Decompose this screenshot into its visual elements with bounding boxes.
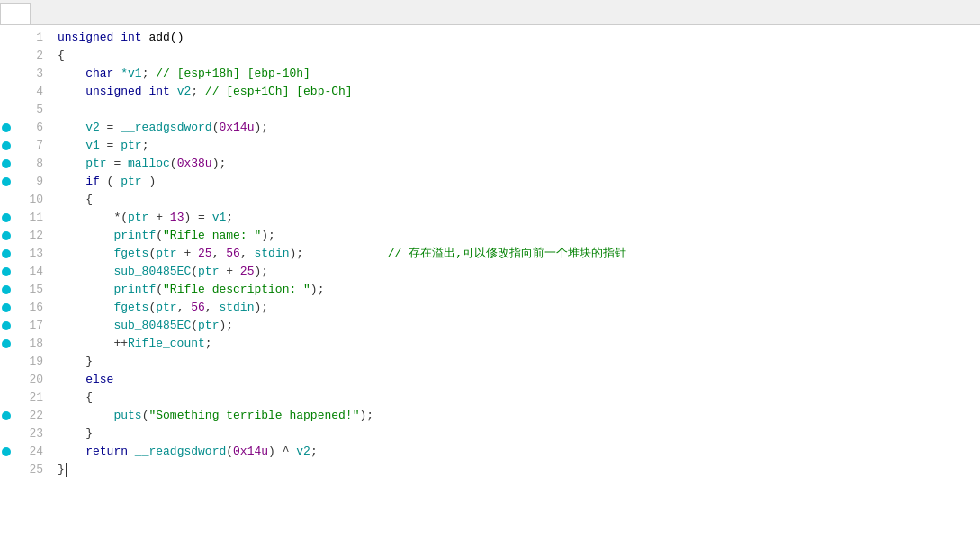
code-editor: 1234567891011121314151617181920212223242… bbox=[0, 0, 980, 550]
code-line-18: ++Rifle_count; bbox=[58, 335, 980, 353]
breakpoint-line-3[interactable] bbox=[0, 65, 13, 83]
breakpoint-line-5[interactable] bbox=[0, 101, 13, 119]
line-number-18: 18 bbox=[13, 335, 43, 353]
line-number-11: 11 bbox=[13, 209, 43, 227]
breakpoint-dot bbox=[2, 141, 11, 150]
line-number-2: 2 bbox=[13, 47, 43, 65]
line-numbers: 1234567891011121314151617181920212223242… bbox=[13, 25, 50, 550]
code-line-2: { bbox=[58, 47, 980, 65]
line-number-10: 10 bbox=[13, 191, 43, 209]
breakpoint-line-19[interactable] bbox=[0, 353, 13, 371]
line-number-25: 25 bbox=[13, 461, 43, 479]
line-number-17: 17 bbox=[13, 317, 43, 335]
line-number-12: 12 bbox=[13, 227, 43, 245]
code-line-23: } bbox=[58, 425, 980, 443]
code-line-6: v2 = __readgsdword(0x14u); bbox=[58, 119, 980, 137]
breakpoint-line-14[interactable] bbox=[0, 263, 13, 281]
code-line-3: char *v1; // [esp+18h] [ebp-10h] bbox=[58, 65, 980, 83]
line-number-5: 5 bbox=[13, 101, 43, 119]
tab-bar bbox=[0, 0, 980, 25]
line-number-13: 13 bbox=[13, 245, 43, 263]
line-number-3: 3 bbox=[13, 65, 43, 83]
breakpoint-line-23[interactable] bbox=[0, 425, 13, 443]
line-number-4: 4 bbox=[13, 83, 43, 101]
line-number-15: 15 bbox=[13, 281, 43, 299]
breakpoint-dot bbox=[2, 411, 11, 420]
code-line-4: unsigned int v2; // [esp+1Ch] [ebp-Ch] bbox=[58, 83, 980, 101]
code-line-17: sub_80485EC(ptr); bbox=[58, 317, 980, 335]
breakpoint-dot bbox=[2, 123, 11, 132]
line-number-20: 20 bbox=[13, 371, 43, 389]
code-line-22: puts("Something terrible happened!"); bbox=[58, 407, 980, 425]
line-number-8: 8 bbox=[13, 155, 43, 173]
line-number-24: 24 bbox=[13, 443, 43, 461]
code-line-10: { bbox=[58, 191, 980, 209]
code-line-12: printf("Rifle name: "); bbox=[58, 227, 980, 245]
code-line-7: v1 = ptr; bbox=[58, 137, 980, 155]
tab-add[interactable] bbox=[0, 3, 31, 24]
breakpoint-dot bbox=[2, 339, 11, 348]
breakpoint-line-22[interactable] bbox=[0, 407, 13, 425]
code-line-15: printf("Rifle description: "); bbox=[58, 281, 980, 299]
breakpoint-dot bbox=[2, 249, 11, 258]
breakpoint-dot bbox=[2, 159, 11, 168]
code-line-21: { bbox=[58, 389, 980, 407]
breakpoint-dot bbox=[2, 447, 11, 456]
code-line-24: return __readgsdword(0x14u) ^ v2; bbox=[58, 443, 980, 461]
breakpoint-line-10[interactable] bbox=[0, 191, 13, 209]
breakpoint-line-8[interactable] bbox=[0, 155, 13, 173]
breakpoint-dot bbox=[2, 231, 11, 240]
breakpoint-line-12[interactable] bbox=[0, 227, 13, 245]
breakpoint-line-25[interactable] bbox=[0, 461, 13, 479]
breakpoint-line-6[interactable] bbox=[0, 119, 13, 137]
breakpoint-line-1[interactable] bbox=[0, 29, 13, 47]
line-number-19: 19 bbox=[13, 353, 43, 371]
line-number-6: 6 bbox=[13, 119, 43, 137]
breakpoint-line-16[interactable] bbox=[0, 299, 13, 317]
breakpoint-line-15[interactable] bbox=[0, 281, 13, 299]
code-line-9: if ( ptr ) bbox=[58, 173, 980, 191]
breakpoint-dot bbox=[2, 267, 11, 276]
breakpoint-line-4[interactable] bbox=[0, 83, 13, 101]
breakpoint-line-24[interactable] bbox=[0, 443, 13, 461]
breakpoint-dot bbox=[2, 285, 11, 294]
breakpoint-line-2[interactable] bbox=[0, 47, 13, 65]
breakpoints-gutter bbox=[0, 25, 13, 550]
line-number-23: 23 bbox=[13, 425, 43, 443]
code-line-11: *(ptr + 13) = v1; bbox=[58, 209, 980, 227]
code-line-1: unsigned int add() bbox=[58, 29, 980, 47]
code-area: 1234567891011121314151617181920212223242… bbox=[0, 25, 980, 550]
line-number-14: 14 bbox=[13, 263, 43, 281]
breakpoint-line-11[interactable] bbox=[0, 209, 13, 227]
breakpoint-line-7[interactable] bbox=[0, 137, 13, 155]
code-line-8: ptr = malloc(0x38u); bbox=[58, 155, 980, 173]
code-line-13: fgets(ptr + 25, 56, stdin); // 存在溢出,可以修改… bbox=[58, 245, 980, 263]
breakpoint-line-17[interactable] bbox=[0, 317, 13, 335]
breakpoint-dot bbox=[2, 177, 11, 186]
line-number-1: 1 bbox=[13, 29, 43, 47]
breakpoint-line-20[interactable] bbox=[0, 371, 13, 389]
breakpoint-dot bbox=[2, 303, 11, 312]
code-content[interactable]: unsigned int add(){ char *v1; // [esp+18… bbox=[50, 25, 980, 550]
breakpoint-line-9[interactable] bbox=[0, 173, 13, 191]
breakpoint-dot bbox=[2, 321, 11, 330]
breakpoint-line-13[interactable] bbox=[0, 245, 13, 263]
code-line-14: sub_80485EC(ptr + 25); bbox=[58, 263, 980, 281]
line-number-7: 7 bbox=[13, 137, 43, 155]
code-line-25: } bbox=[58, 461, 980, 479]
code-line-16: fgets(ptr, 56, stdin); bbox=[58, 299, 980, 317]
code-line-19: } bbox=[58, 353, 980, 371]
code-line-20: else bbox=[58, 371, 980, 389]
line-number-21: 21 bbox=[13, 389, 43, 407]
code-line-5 bbox=[58, 101, 980, 119]
line-number-9: 9 bbox=[13, 173, 43, 191]
line-number-16: 16 bbox=[13, 299, 43, 317]
breakpoint-line-18[interactable] bbox=[0, 335, 13, 353]
line-number-22: 22 bbox=[13, 407, 43, 425]
breakpoint-line-21[interactable] bbox=[0, 389, 13, 407]
breakpoint-dot bbox=[2, 213, 11, 222]
